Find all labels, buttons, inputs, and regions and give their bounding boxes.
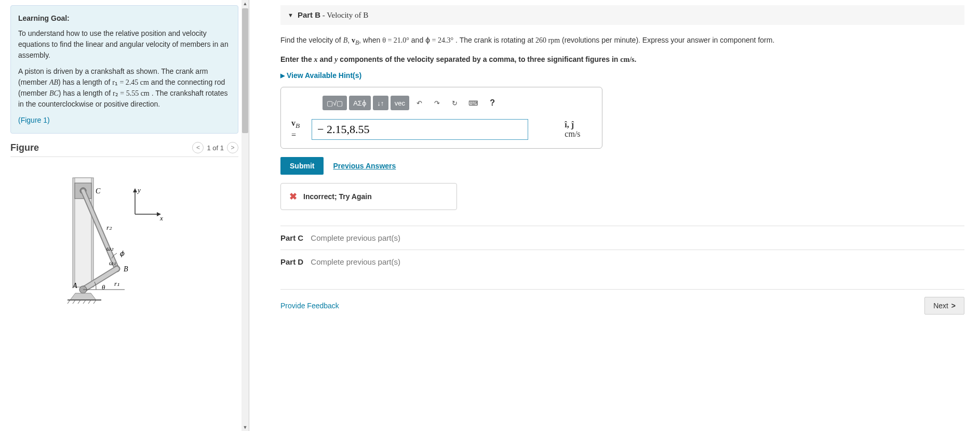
svg-text:ω₁: ω₁ bbox=[109, 259, 116, 267]
figure-link[interactable]: (Figure 1) bbox=[18, 116, 50, 124]
pager-text: 1 of 1 bbox=[207, 144, 224, 152]
svg-text:r₁: r₁ bbox=[114, 280, 119, 288]
part-c-label: Part C bbox=[280, 233, 303, 242]
svg-text:C: C bbox=[96, 187, 101, 195]
svg-text:B: B bbox=[124, 265, 128, 273]
svg-line-22 bbox=[73, 300, 75, 304]
question-text: Find the velocity of B, vB, when θ = 21.… bbox=[280, 34, 964, 48]
part-d-label: Part D bbox=[280, 257, 303, 266]
svg-text:r₂: r₂ bbox=[106, 224, 112, 231]
footer-row: Provide Feedback Next > bbox=[280, 289, 964, 315]
templates-button[interactable]: ▢√▢ bbox=[323, 96, 347, 110]
previous-answers-link[interactable]: Previous Answers bbox=[333, 162, 396, 170]
redo-button[interactable]: ↷ bbox=[429, 96, 445, 110]
provide-feedback-link[interactable]: Provide Feedback bbox=[280, 302, 339, 310]
triangle-right-icon: ▶ bbox=[280, 72, 285, 79]
part-b-header[interactable]: ▼ Part B - Velocity of B bbox=[280, 5, 964, 25]
feedback-box: ✖ Incorrect; Try Again bbox=[280, 183, 457, 210]
caret-down-icon: ▼ bbox=[288, 12, 293, 18]
scrollbar-thumb[interactable] bbox=[242, 8, 248, 133]
incorrect-icon: ✖ bbox=[289, 191, 297, 202]
unit-label: î, ĵ cm/s bbox=[565, 120, 592, 139]
svg-line-21 bbox=[68, 300, 70, 304]
next-button[interactable]: Next > bbox=[924, 297, 964, 315]
part-d-row: Part D Complete previous part(s) bbox=[280, 250, 964, 273]
equation-toolbar: ▢√▢ ΑΣϕ ↓↑ vec ↶ ↷ ↻ ⌨ ? bbox=[323, 96, 592, 110]
view-hints-button[interactable]: ▶ View Available Hint(s) bbox=[280, 71, 964, 80]
part-c-subtitle: Complete previous part(s) bbox=[311, 233, 400, 242]
input-variable-label: vB = bbox=[291, 119, 306, 139]
svg-line-24 bbox=[83, 300, 86, 304]
answer-input[interactable] bbox=[312, 119, 528, 140]
svg-line-23 bbox=[78, 300, 80, 304]
svg-text:A: A bbox=[72, 282, 77, 290]
svg-text:ω₂: ω₂ bbox=[106, 245, 114, 252]
svg-marker-28 bbox=[133, 188, 137, 192]
problem-statement: A piston is driven by a crankshaft as sh… bbox=[18, 66, 231, 110]
subscript-button[interactable]: ↓↑ bbox=[373, 96, 388, 110]
answer-box: ▢√▢ ΑΣϕ ↓↑ vec ↶ ↷ ↻ ⌨ ? vB = î, ĵ cm/s bbox=[280, 87, 602, 148]
left-scrollbar[interactable]: ▲ ▼ bbox=[241, 0, 249, 431]
submit-row: Submit Previous Answers bbox=[280, 157, 964, 175]
scroll-up-icon[interactable]: ▲ bbox=[241, 0, 249, 7]
learning-goal-title: Learning Goal: bbox=[18, 13, 231, 24]
answer-input-row: vB = î, ĵ cm/s bbox=[291, 119, 592, 139]
pager-prev-button[interactable]: < bbox=[192, 142, 204, 153]
reset-button[interactable]: ↻ bbox=[447, 96, 462, 110]
svg-line-26 bbox=[93, 300, 96, 304]
left-panel: Learning Goal: To understand how to use … bbox=[0, 0, 249, 431]
instruction-text: Enter the x and y components of the velo… bbox=[280, 55, 964, 64]
learning-goal-text: To understand how to use the relative po… bbox=[18, 28, 231, 61]
feedback-message: Incorrect; Try Again bbox=[303, 192, 372, 201]
svg-text:x: x bbox=[159, 214, 163, 222]
keyboard-button[interactable]: ⌨ bbox=[464, 96, 482, 110]
right-panel: ▼ Part B - Velocity of B Find the veloci… bbox=[249, 0, 980, 431]
submit-button[interactable]: Submit bbox=[280, 157, 324, 175]
part-c-row: Part C Complete previous part(s) bbox=[280, 226, 964, 250]
part-d-subtitle: Complete previous part(s) bbox=[311, 257, 400, 266]
pager-next-button[interactable]: > bbox=[227, 142, 238, 153]
part-b-label: Part B bbox=[298, 10, 320, 19]
figure-title: Figure bbox=[10, 142, 39, 153]
undo-button[interactable]: ↶ bbox=[411, 96, 427, 110]
vector-button[interactable]: vec bbox=[391, 96, 409, 110]
help-button[interactable]: ? bbox=[485, 96, 500, 110]
svg-text:ϕ: ϕ bbox=[119, 250, 125, 257]
scroll-down-icon[interactable]: ▼ bbox=[241, 424, 249, 431]
learning-goal-box: Learning Goal: To understand how to use … bbox=[10, 5, 238, 134]
figure-diagram: C r₂ ϕ ω₂ ω₁ B r₁ θ A bbox=[57, 173, 192, 318]
svg-text:y: y bbox=[137, 186, 141, 194]
svg-text:θ: θ bbox=[102, 283, 105, 291]
greek-button[interactable]: ΑΣϕ bbox=[349, 96, 371, 110]
figure-pager: < 1 of 1 > bbox=[192, 142, 238, 153]
figure-header: Figure < 1 of 1 > bbox=[10, 142, 238, 157]
svg-line-25 bbox=[88, 300, 91, 304]
